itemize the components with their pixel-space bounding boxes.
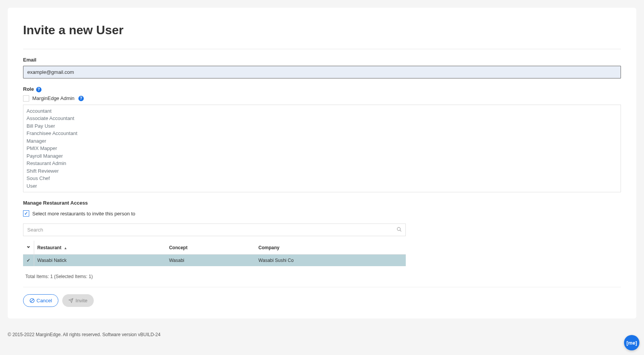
row-check[interactable]: ✓ [23,255,34,267]
page-title: Invite a new User [23,23,621,37]
role-option[interactable]: Manager [27,137,617,145]
invite-button[interactable]: Invite [62,294,93,307]
footer: © 2015-2022 MarginEdge. All rights reser… [0,326,644,341]
restaurant-table-wrap: Restaurant ▲ Concept Company ✓Wasabi Nat… [23,241,406,266]
select-more-row: Select more restaurants to invite this p… [23,210,621,217]
col-restaurant-label: Restaurant [37,245,61,250]
cell-restaurant: Wasabi Natick [34,255,166,267]
restaurant-table: Restaurant ▲ Concept Company ✓Wasabi Nat… [23,241,406,266]
search-wrap [23,223,406,236]
button-row: Cancel Invite [23,287,621,307]
role-label: Role ? [23,86,621,92]
invite-button-label: Invite [75,298,87,303]
select-more-label: Select more restaurants to invite this p… [32,211,135,217]
col-concept[interactable]: Concept [166,241,256,255]
col-restaurant[interactable]: Restaurant ▲ [34,241,166,255]
role-option[interactable]: Sous Chef [27,175,617,182]
email-input[interactable] [23,66,621,78]
role-label-text: Role [23,86,34,92]
cancel-button-label: Cancel [37,298,52,303]
admin-checkbox[interactable] [23,95,29,102]
manage-access-label: Manage Restaurant Access [23,200,621,206]
check-icon: ✓ [27,258,30,263]
admin-checkbox-label: MarginEdge Admin [32,95,75,101]
email-group: Email [23,57,621,78]
role-listbox[interactable]: AccountantAssociate AccountantBill Pay U… [23,105,621,193]
role-option[interactable]: PMIX Mapper [27,145,617,152]
select-all-header[interactable] [23,241,34,255]
admin-checkbox-row: MarginEdge Admin ? [23,95,621,102]
main-panel: Invite a new User Email Role ? MarginEdg… [8,8,636,318]
divider [23,49,621,49]
copyright-text: © 2015-2022 MarginEdge. All rights reser… [8,332,161,337]
search-input[interactable] [23,223,406,236]
cancel-icon [30,298,35,303]
table-row[interactable]: ✓Wasabi NatickWasabiWasabi Sushi Co [23,255,406,267]
role-option[interactable]: Accountant [27,107,617,115]
access-group: Manage Restaurant Access Select more res… [23,200,621,279]
role-group: Role ? MarginEdge Admin ? AccountantAsso… [23,86,621,192]
cell-company: Wasabi Sushi Co [256,255,406,267]
role-option[interactable]: Payroll Manager [27,152,617,160]
sort-asc-icon: ▲ [64,246,67,250]
email-label: Email [23,57,621,63]
role-option[interactable]: Associate Accountant [27,115,617,122]
help-icon[interactable]: ? [36,87,41,92]
select-more-checkbox[interactable] [23,210,29,217]
col-company[interactable]: Company [256,241,406,255]
role-option[interactable]: Bill Pay User [27,122,617,130]
help-icon[interactable]: ? [78,96,84,101]
fab-label: [me] [626,340,637,342]
role-option[interactable]: User [27,182,617,190]
role-option[interactable]: Franchisee Accountant [27,130,617,137]
role-option[interactable]: Restaurant Admin [27,160,617,167]
svg-line-3 [31,299,34,302]
table-summary: Total Items: 1 (Selected Items: 1) [23,274,621,279]
cancel-button[interactable]: Cancel [23,294,58,307]
role-option[interactable]: Shift Reviewer [27,167,617,175]
cell-concept: Wasabi [166,255,256,267]
send-icon [68,298,73,303]
